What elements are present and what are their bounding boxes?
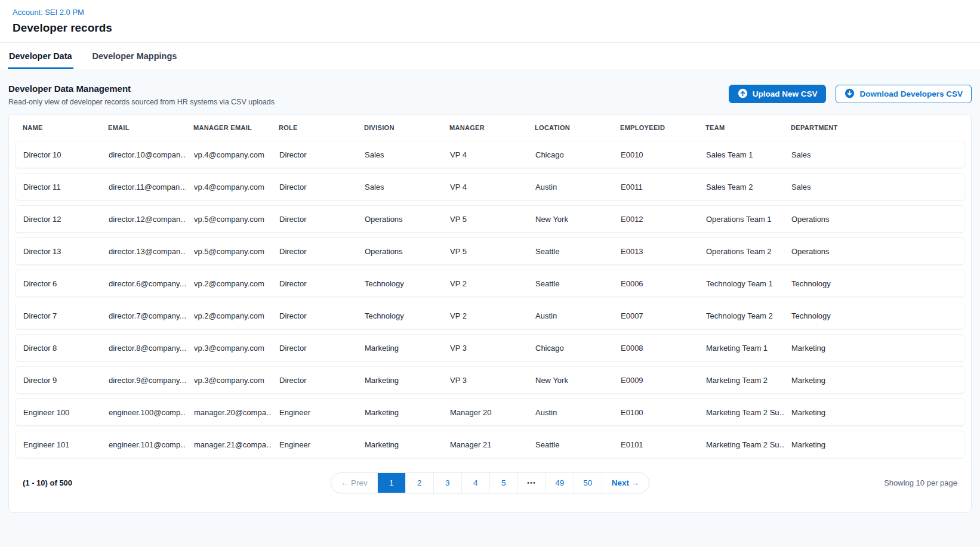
cell-division: Technology [357,311,442,320]
cell-email: director.6@company.… [101,279,186,288]
table-row: Director 11director.11@compan…vp.4@compa… [15,173,965,200]
cell-location: New York [528,215,613,224]
table-row: Director 12director.12@compan…vp.5@compa… [15,205,965,233]
tab-developer-mappings[interactable]: Developer Mappings [91,43,178,69]
cell-team: Sales Team 2 [698,183,784,191]
cell-department: Sales [784,183,964,191]
content-area: Developer Data Management Read-only view… [0,69,980,547]
cell-email: director.9@company.… [101,376,186,385]
cell-department: Marketing [784,376,964,385]
cell-team: Operations Team 1 [698,215,784,224]
cell-role: Engineer [272,408,357,417]
cell-role: Director [272,215,357,224]
cell-employeeid: E0100 [613,408,698,417]
table-row: Director 13director.13@compan…vp.5@compa… [15,237,965,265]
column-header-division: DIVISION [356,124,442,131]
cell-manager: VP 5 [442,215,528,224]
cell-manager: VP 2 [442,311,528,320]
cell-manager: VP 2 [442,279,528,288]
cell-location: Chicago [528,344,613,353]
page-title: Developer records [13,21,967,35]
upload-new-csv-button[interactable]: Upload New CSV [729,85,827,103]
cell-location: Seattle [528,440,613,449]
tab-bar: Developer Data Developer Mappings [0,43,980,69]
column-header-location: LOCATION [527,124,612,131]
cell-role: Director [272,311,357,320]
cell-email: engineer.101@comp… [101,440,186,449]
cell-employeeid: E0008 [613,344,698,353]
cell-division: Operations [357,247,442,256]
download-icon [845,88,855,100]
download-button-label: Download Developers CSV [859,89,963,98]
cell-manager: Manager 20 [442,408,528,417]
cell-employeeid: E0009 [613,376,698,385]
pagination-range-label: (1 - 10) of 500 [23,478,331,487]
cell-division: Sales [357,183,442,191]
next-button[interactable]: Next → [602,473,649,493]
cell-team: Marketing Team 1 [698,344,784,353]
cell-division: Technology [357,279,442,288]
cell-email: director.11@compan… [101,183,186,191]
download-developers-csv-button[interactable]: Download Developers CSV [836,85,972,103]
page-button-2[interactable]: 2 [405,473,433,493]
cell-division: Sales [357,150,442,159]
cell-manager-email: vp.4@company.com [186,183,272,191]
table-body: Director 10director.10@compan…vp.4@compa… [15,141,965,458]
cell-employeeid: E0011 [613,183,698,191]
cell-division: Marketing [357,408,442,417]
next-arrow-icon: → [631,478,640,487]
cell-role: Director [272,183,357,191]
ellipsis-button: ••• [517,473,546,493]
cell-manager-email: manager.20@compa… [186,408,272,417]
page-button-4[interactable]: 4 [461,473,489,493]
cell-manager-email: vp.3@company.com [186,344,272,353]
cell-manager: VP 4 [442,183,528,191]
cell-department: Technology [784,279,964,288]
cell-manager: Manager 21 [442,440,528,449]
section-title: Developer Data Management [8,84,275,94]
cell-team: Marketing Team 2 Su… [698,408,784,417]
cell-email: director.12@compan… [101,215,186,224]
account-link[interactable]: Account: SEI 2.0 PM [13,8,84,17]
column-header-name: NAME [15,124,100,131]
cell-department: Technology [784,311,964,320]
cell-name: Director 11 [16,183,101,191]
table-row: Director 10director.10@compan…vp.4@compa… [15,141,965,168]
cell-team: Technology Team 2 [698,311,784,320]
cell-name: Director 6 [16,279,101,288]
column-header-team: TEAM [698,124,783,131]
section-header-text: Developer Data Management Read-only view… [8,84,275,106]
column-header-manager-email: MANAGER EMAIL [186,124,271,131]
cell-email: engineer.100@comp… [101,408,186,417]
page-button-1[interactable]: 1 [377,473,405,493]
cell-location: Seattle [528,247,613,256]
cell-location: New York [528,376,613,385]
cell-location: Austin [528,311,613,320]
cell-name: Engineer 101 [16,440,101,449]
upload-button-label: Upload New CSV [753,89,818,98]
cell-department: Marketing [784,344,964,353]
cell-manager-email: vp.5@company.com [186,215,272,224]
page-button-49[interactable]: 49 [546,473,574,493]
cell-location: Austin [528,183,613,191]
page-button-50[interactable]: 50 [574,473,602,493]
page-button-5[interactable]: 5 [489,473,517,493]
page-button-3[interactable]: 3 [433,473,461,493]
cell-manager-email: vp.4@company.com [186,150,272,159]
top-bar: Account: SEI 2.0 PM Developer records [0,0,980,43]
cell-role: Director [272,247,357,256]
cell-manager: VP 4 [442,150,528,159]
cell-name: Engineer 100 [16,408,101,417]
table-row: Director 9director.9@company.…vp.3@compa… [15,366,965,394]
table-row: Director 6director.6@company.…vp.2@compa… [15,270,965,297]
cell-email: director.10@compan… [101,150,186,159]
action-buttons: Upload New CSV Download Developers CSV [729,85,972,103]
tab-developer-data[interactable]: Developer Data [8,43,73,69]
cell-team: Operations Team 2 [698,247,784,256]
cell-team: Technology Team 1 [698,279,784,288]
cell-name: Director 12 [16,215,101,224]
section-header: Developer Data Management Read-only view… [8,84,972,106]
cell-division: Operations [357,215,442,224]
column-header-department: DEPARTMENT [783,124,965,131]
prev-button[interactable]: ← Prev [331,473,377,493]
